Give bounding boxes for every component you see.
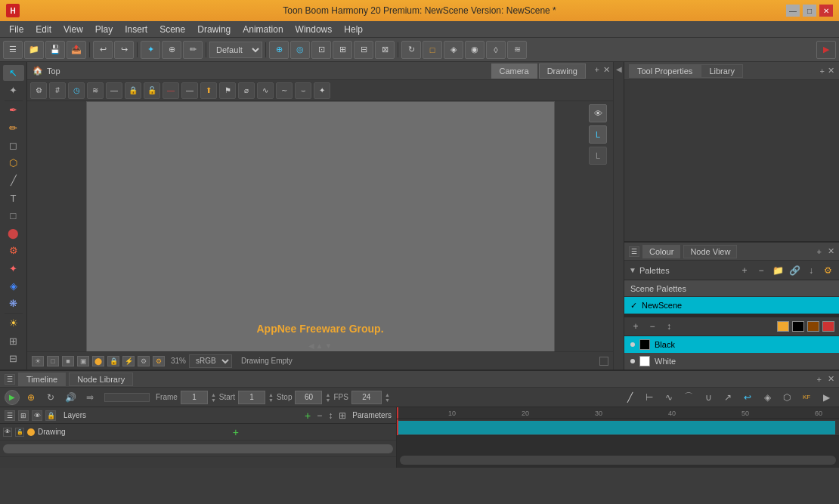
tl-tool9[interactable]: ⬡ xyxy=(779,390,795,405)
scroll-up[interactable]: ▲ xyxy=(316,342,324,350)
status-icon5[interactable]: ⬤ xyxy=(92,356,104,366)
white-color-entry[interactable]: White xyxy=(624,353,839,369)
tb-icon10[interactable]: ◉ xyxy=(465,41,485,59)
ct-curve1[interactable]: ∿ xyxy=(257,82,274,99)
ct-star[interactable]: ✦ xyxy=(314,82,330,99)
tl-audio-btn[interactable]: 🔊 xyxy=(62,390,79,405)
home-icon[interactable]: 🏠 xyxy=(32,65,44,77)
status-icon9[interactable]: ⚙ xyxy=(153,356,165,366)
menu-scene[interactable]: Scene xyxy=(153,23,191,36)
ct-hat[interactable]: ⚑ xyxy=(219,82,236,99)
vc-layer2[interactable]: L xyxy=(589,147,607,165)
tl-slider[interactable] xyxy=(104,393,150,402)
tl-play-btn[interactable]: ▶ xyxy=(5,390,20,405)
tb-end-icon[interactable]: ▶ xyxy=(816,41,836,59)
pencil-tool-btn[interactable]: ✏ xyxy=(3,120,24,136)
ct-view1[interactable]: ≋ xyxy=(87,82,104,99)
add-timeline-btn[interactable]: + xyxy=(817,375,822,384)
ct-curve2[interactable]: ∼ xyxy=(276,82,293,99)
timeline-hscrollbar[interactable] xyxy=(400,456,836,465)
link-btn[interactable]: 🔗 xyxy=(788,264,801,277)
ct-cue[interactable]: — xyxy=(181,82,198,99)
layer-add-btn[interactable]: + xyxy=(233,426,239,438)
lh-icon2[interactable]: ⊞ xyxy=(18,410,29,421)
start-input[interactable] xyxy=(238,391,265,404)
timeline-collapse-btn[interactable]: ☰ xyxy=(5,374,15,385)
ct-cup[interactable]: ⌀ xyxy=(238,82,255,99)
arrow-down-btn[interactable]: ↓ xyxy=(804,264,818,277)
stop-input[interactable] xyxy=(295,391,322,404)
scroll-down[interactable]: ▼ xyxy=(325,342,333,350)
tl-right-arrow[interactable]: ▶ xyxy=(818,390,834,405)
stop-up[interactable]: ▲▼ xyxy=(325,392,330,403)
lh-icon1[interactable]: ☰ xyxy=(5,410,15,421)
tb-icon12[interactable]: ≋ xyxy=(507,41,527,59)
status-icon1[interactable]: ☀ xyxy=(32,356,44,366)
tb-icon5[interactable]: ⊟ xyxy=(354,41,373,59)
paint-tool-btn[interactable]: ⬡ xyxy=(3,155,24,171)
remove-color2-btn[interactable]: − xyxy=(646,320,659,333)
close-timeline-btn[interactable]: ✕ xyxy=(828,374,834,384)
tb-icon11[interactable]: ◊ xyxy=(486,41,506,59)
tl-loop-btn[interactable]: ↻ xyxy=(42,390,59,405)
status-icon2[interactable]: □ xyxy=(47,356,59,366)
close-view-button[interactable]: ✕ xyxy=(603,65,610,75)
tl-kf[interactable]: KF xyxy=(798,390,815,405)
move-layer-btn[interactable]: ↕ xyxy=(328,410,333,421)
tl-tool4[interactable]: ⌒ xyxy=(680,390,697,405)
status-icon3[interactable]: ■ xyxy=(62,356,74,366)
transform-tool[interactable]: ⊕ xyxy=(162,41,181,59)
color-swatch-3[interactable] xyxy=(807,321,819,332)
tl-tool1[interactable]: ╱ xyxy=(621,390,638,405)
lt-btn-8[interactable]: ⬤ xyxy=(3,225,24,241)
add-color-btn[interactable]: + xyxy=(738,264,751,277)
lt-btn-14[interactable]: ⊞ xyxy=(3,332,24,348)
color-swatch-2[interactable] xyxy=(792,321,804,332)
menu-edit[interactable]: Edit xyxy=(29,23,57,36)
lh-lock[interactable]: 🔒 xyxy=(45,410,56,421)
lt-btn-12[interactable]: ❋ xyxy=(3,295,24,311)
arrow-color-btn[interactable]: ↕ xyxy=(662,320,676,333)
export-button[interactable]: 📤 xyxy=(67,41,86,59)
open-button[interactable]: 📁 xyxy=(24,41,44,59)
draw-tool[interactable]: ✏ xyxy=(183,41,203,59)
ct-grid[interactable]: # xyxy=(49,82,66,99)
tool-properties-tab[interactable]: Tool Properties xyxy=(629,64,701,78)
status-checkbox[interactable] xyxy=(599,357,608,366)
minimize-button[interactable]: — xyxy=(786,5,800,17)
node-view-tab[interactable]: Node View xyxy=(683,245,737,258)
fps-input[interactable] xyxy=(351,391,382,404)
tl-tool5[interactable]: ∪ xyxy=(700,390,717,405)
tl-record-btn[interactable]: ⊕ xyxy=(23,390,39,405)
close-button[interactable]: ✕ xyxy=(819,5,833,17)
scroll-left[interactable]: ◀ xyxy=(308,342,314,350)
redo-button[interactable]: ↪ xyxy=(114,41,134,59)
tb-icon9[interactable]: ◈ xyxy=(444,41,463,59)
menu-file[interactable]: File xyxy=(3,23,29,36)
ct-lock2[interactable]: 🔓 xyxy=(144,82,160,99)
tl-tool7[interactable]: ↩ xyxy=(739,390,756,405)
vc-eye[interactable]: 👁 xyxy=(589,104,607,122)
color-swatch-4[interactable] xyxy=(822,321,834,332)
drawing-frame-block[interactable] xyxy=(397,421,835,434)
ct-settings[interactable]: ⚙ xyxy=(30,82,47,99)
maximize-button[interactable]: □ xyxy=(803,5,816,17)
ct-curve3[interactable]: ⌣ xyxy=(295,82,311,99)
ct-red[interactable]: — xyxy=(163,82,179,99)
add-view-button[interactable]: + xyxy=(595,65,599,74)
folder-btn[interactable]: 📁 xyxy=(771,264,785,277)
lt-btn-13[interactable]: ☀ xyxy=(3,315,24,331)
fps-up[interactable]: ▲▼ xyxy=(385,392,390,403)
menu-view[interactable]: View xyxy=(57,23,89,36)
frame-up[interactable]: ▲▼ xyxy=(211,392,216,403)
brush-tool-btn[interactable]: ✒ xyxy=(3,102,24,118)
add-palette-btn[interactable]: + xyxy=(817,247,822,256)
close-palette-btn[interactable]: ✕ xyxy=(828,246,834,256)
close-panel-btn[interactable]: ✕ xyxy=(828,66,834,76)
lt-btn-11[interactable]: ◈ xyxy=(3,278,24,294)
status-icon4[interactable]: ▣ xyxy=(77,356,89,366)
line-tool-btn[interactable]: ╱ xyxy=(3,172,24,188)
add-layer-btn[interactable]: + xyxy=(305,410,311,422)
eraser-tool-btn[interactable]: ◻ xyxy=(3,138,24,153)
layer-params-btn[interactable]: ⊞ xyxy=(339,410,346,421)
